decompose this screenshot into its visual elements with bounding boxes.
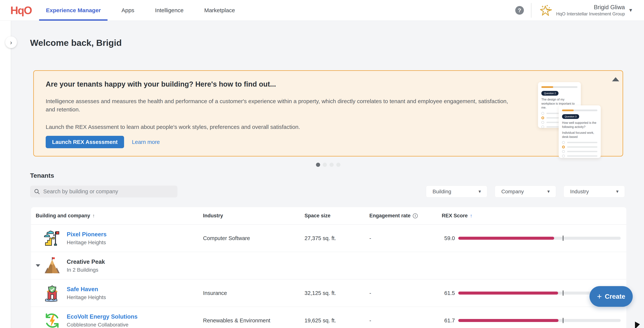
account-menu[interactable]: Brigid Gliwa HqO Interstellar Investment… — [556, 4, 625, 17]
chevron-down-icon: ▼ — [615, 189, 620, 194]
mouse-cursor — [635, 322, 640, 328]
tenants-heading: Tenants — [30, 172, 54, 179]
nav-tab-intelligence[interactable]: Intelligence — [148, 0, 190, 21]
answer-placeholder-line — [567, 146, 598, 148]
answer-option — [562, 155, 598, 157]
table-header-row: Building and company ↑ Industry Space si… — [31, 207, 626, 225]
company-text: EcoVolt Energy Solutions Cobblestone Col… — [67, 313, 138, 328]
banner-carousel-dots — [33, 163, 623, 167]
survey-progress-track — [541, 86, 578, 88]
table-row: Pixel Pioneers Heritage Heights Computer… — [31, 225, 626, 252]
company-name-link[interactable]: Pixel Pioneers — [67, 231, 106, 238]
cell-rex-score: 59.0 — [442, 235, 621, 241]
sidebar-expand-button[interactable]: › — [5, 36, 17, 48]
search-input[interactable] — [43, 188, 174, 195]
filter-dropdown-industry[interactable]: Industry ▼ — [564, 186, 625, 197]
create-button[interactable]: + Create — [590, 286, 633, 307]
rex-score-fill — [458, 319, 558, 322]
question-badge: Question 2 — [541, 91, 558, 96]
cell-space-size: 27,375 sq. ft. — [304, 235, 369, 241]
banner-paragraph-2: Launch the REX Assessment to learn about… — [46, 124, 510, 130]
cell-industry: Renewables & Environment — [203, 318, 304, 324]
rex-score-value: 61.5 — [442, 290, 455, 296]
nav-tab-label: Intelligence — [155, 7, 184, 13]
plus-icon: + — [597, 292, 602, 301]
table-body: Pixel Pioneers Heritage Heights Computer… — [31, 225, 626, 328]
hqo-logo[interactable]: HqO — [10, 4, 32, 16]
company-location: Heritage Heights — [67, 294, 106, 300]
radio-icon — [541, 112, 544, 115]
filter-label: Building — [432, 189, 451, 195]
rex-benchmark-tick — [563, 318, 563, 323]
account-org: HqO Interstellar Investment Group — [556, 11, 625, 17]
column-label: Engagement rate — [369, 213, 410, 219]
company-name-link[interactable]: Safe Haven — [67, 286, 106, 293]
filter-label: Company — [501, 189, 524, 195]
answer-placeholder-line — [567, 151, 598, 152]
info-icon[interactable]: i — [413, 213, 418, 218]
carousel-dot-4[interactable] — [336, 163, 340, 167]
survey-progress-track — [562, 109, 598, 111]
company-logo — [43, 229, 61, 247]
company-name-link: Creative Peak — [67, 259, 105, 265]
creative-peak-logo — [43, 257, 61, 275]
company-logo — [43, 257, 61, 275]
rex-benchmark-tick — [563, 291, 563, 296]
filter-label: Industry — [570, 189, 589, 195]
column-rex-score[interactable]: REX Score ↑ — [442, 213, 621, 219]
cell-building-and-company: EcoVolt Energy Solutions Cobblestone Col… — [36, 312, 203, 328]
collapse-banner-caret-up-icon[interactable] — [612, 77, 619, 81]
top-nav: HqO Experience ManagerAppsIntelligenceMa… — [0, 0, 644, 21]
radio-icon — [541, 116, 544, 119]
sort-asc-active-icon: ↑ — [470, 213, 472, 219]
cell-engagement-rate: - — [369, 318, 442, 324]
banner-paragraph-1: Intelligence assesses and measures the h… — [46, 97, 510, 113]
table-row: EcoVolt Energy Solutions Cobblestone Col… — [31, 307, 626, 328]
cell-space-size: 19,625 sq. ft. — [304, 318, 369, 324]
help-icon[interactable]: ? — [515, 6, 524, 15]
workspace-star-icon — [538, 3, 552, 17]
rex-score-bar — [458, 319, 621, 322]
nav-right: ? Brigid Gliwa HqO Interstellar Investme… — [515, 3, 633, 18]
cell-rex-score: 61.7 — [442, 318, 621, 324]
table-row: Creative Peak In 2 Buildings — [31, 252, 626, 280]
table-filters: Building ▼ Company ▼ Industry ▼ — [426, 186, 625, 197]
app-screen: HqO Experience ManagerAppsIntelligenceMa… — [0, 0, 644, 328]
company-logo — [43, 312, 61, 328]
company-location: Heritage Heights — [67, 240, 106, 246]
carousel-dot-3[interactable] — [330, 163, 334, 167]
column-building-and-company[interactable]: Building and company ↑ — [36, 213, 203, 219]
nav-tab-label: Marketplace — [204, 7, 235, 13]
survey-illustration-card-2: Question 3 How well supported is the fol… — [559, 105, 601, 158]
filter-dropdown-company[interactable]: Company ▼ — [495, 186, 556, 197]
carousel-dot-2[interactable] — [323, 163, 327, 167]
survey-progress-fill — [541, 86, 553, 88]
ecovolt-logo — [43, 312, 61, 328]
sidebar-rail — [0, 21, 11, 328]
column-industry[interactable]: Industry — [203, 213, 304, 219]
column-engagement-rate[interactable]: Engagement rate i — [369, 213, 442, 219]
company-name-link[interactable]: EcoVolt Energy Solutions — [67, 313, 138, 320]
carousel-dot-1[interactable] — [316, 163, 320, 167]
company-logo — [43, 284, 61, 302]
chevron-down-icon: ▼ — [546, 189, 550, 194]
answer-options — [562, 141, 598, 157]
learn-more-link[interactable]: Learn more — [132, 139, 160, 145]
radio-icon — [541, 121, 544, 124]
expand-row-caret-icon[interactable] — [36, 264, 40, 267]
column-space-size[interactable]: Space size — [304, 213, 369, 219]
nav-tab-experience-manager[interactable]: Experience Manager — [39, 0, 108, 21]
launch-rex-assessment-button[interactable]: Launch REX Assessment — [46, 136, 124, 148]
rex-score-value: 59.0 — [442, 235, 455, 241]
nav-tab-apps[interactable]: Apps — [115, 0, 141, 21]
answer-option — [562, 141, 598, 144]
banner-actions: Launch REX Assessment Learn more — [46, 136, 160, 148]
question-badge: Question 3 — [562, 114, 579, 119]
answer-placeholder-line — [567, 155, 598, 157]
cell-building-and-company: Pixel Pioneers Heritage Heights — [36, 229, 203, 247]
safe-haven-logo — [43, 284, 61, 302]
nav-tab-marketplace[interactable]: Marketplace — [197, 0, 242, 21]
expand-slot — [36, 264, 43, 267]
filter-dropdown-building[interactable]: Building ▼ — [426, 186, 487, 197]
chevron-down-icon[interactable]: ▼ — [628, 7, 633, 13]
